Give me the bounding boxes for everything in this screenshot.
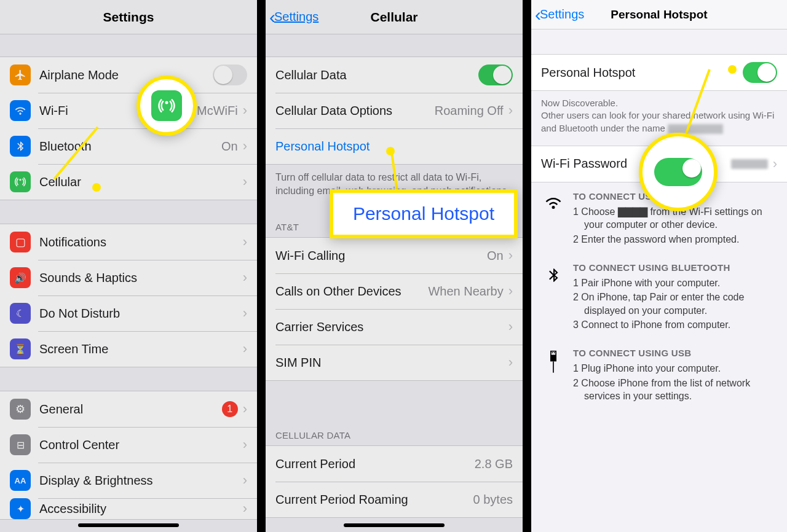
- airplane-toggle[interactable]: [213, 65, 247, 85]
- row-value: McWiFi: [197, 104, 238, 118]
- row-personal-hotspot[interactable]: Personal Hotspot: [266, 128, 523, 164]
- row-value: 0 bytes: [473, 493, 513, 507]
- row-label: Wi-Fi Calling: [275, 249, 487, 263]
- chevron-right-icon: ›: [243, 270, 247, 286]
- svg-rect-1: [552, 352, 553, 353]
- row-value: Roaming Off: [435, 104, 504, 118]
- row-label: Display & Brightness: [39, 474, 238, 488]
- callout-circle: [639, 133, 718, 211]
- callout-popup: Personal Hotspot: [330, 189, 518, 238]
- nav-bar: ‹ Settings Personal Hotspot: [531, 0, 787, 29]
- gear-icon: ⚙: [10, 399, 31, 420]
- chevron-right-icon: ›: [508, 248, 513, 264]
- row-sim-pin[interactable]: SIM PIN ›: [266, 345, 523, 380]
- hotspot-icon: [157, 96, 176, 115]
- row-label: Bluetooth: [39, 139, 221, 154]
- row-label: General: [39, 402, 218, 417]
- airplane-icon: [10, 65, 31, 85]
- nav-title: Cellular: [266, 10, 523, 25]
- nav-bar: Settings: [0, 0, 257, 34]
- chevron-right-icon: ›: [243, 305, 247, 321]
- wifi-symbol-icon: [544, 194, 563, 248]
- row-label: Screen Time: [39, 342, 238, 356]
- chevron-right-icon: ›: [508, 354, 513, 370]
- row-notifications[interactable]: ▢ Notifications ›: [0, 224, 257, 260]
- bluetooth-symbol-icon: [545, 265, 561, 333]
- home-indicator: [78, 523, 179, 527]
- control-center-icon: ⊟: [10, 434, 31, 455]
- chevron-right-icon: ›: [508, 283, 513, 299]
- row-screen-time[interactable]: ⏳ Screen Time ›: [0, 331, 257, 367]
- row-wifi[interactable]: Wi-Fi McWiFi ›: [0, 93, 257, 128]
- row-bluetooth[interactable]: Bluetooth On ›: [0, 128, 257, 164]
- row-airplane-mode[interactable]: Airplane Mode: [0, 57, 257, 93]
- row-label: Calls on Other Devices: [275, 284, 428, 299]
- chevron-right-icon: ›: [243, 401, 247, 417]
- callout-text: Personal Hotspot: [353, 203, 494, 224]
- home-indicator: [344, 523, 445, 527]
- cellular-icon: [10, 171, 31, 192]
- svg-rect-3: [550, 355, 556, 361]
- row-accessibility[interactable]: ✦ Accessibility ›: [0, 498, 257, 519]
- usb-symbol-icon: [547, 350, 560, 404]
- row-cellular-data[interactable]: Cellular Data: [266, 57, 523, 93]
- row-control-center[interactable]: ⊟ Control Center ›: [0, 427, 257, 463]
- connect-usb-section: TO CONNECT USING USB Plug iPhone into yo…: [531, 339, 787, 410]
- chevron-right-icon: ›: [243, 472, 247, 488]
- step: Enter the password when prompted.: [573, 233, 777, 246]
- censored-password: [731, 159, 768, 169]
- row-label: Notifications: [39, 235, 238, 249]
- row-general[interactable]: ⚙ General 1 ›: [0, 391, 257, 427]
- nav-title: Personal Hotspot: [531, 8, 787, 22]
- chevron-right-icon: ›: [243, 437, 247, 453]
- row-cellular-data-options[interactable]: Cellular Data Options Roaming Off ›: [266, 93, 523, 128]
- chevron-right-icon: ›: [243, 234, 247, 250]
- step: Plug iPhone into your computer.: [573, 362, 777, 375]
- row-dnd[interactable]: ☾ Do Not Disturb ›: [0, 295, 257, 331]
- row-wifi-calling[interactable]: Wi-Fi Calling On ›: [266, 238, 523, 273]
- display-icon: AA: [10, 470, 31, 491]
- settings-screen: Settings Airplane Mode Wi-Fi McWiFi ›: [0, 0, 257, 532]
- row-hotspot-toggle[interactable]: Personal Hotspot: [531, 55, 787, 90]
- chevron-right-icon: ›: [773, 156, 777, 172]
- hotspot-toggle[interactable]: [743, 62, 777, 83]
- chevron-right-icon: ›: [243, 103, 247, 119]
- section-header: TO CONNECT USING BLUETOOTH: [573, 262, 777, 273]
- row-label: Control Center: [39, 438, 238, 452]
- row-current-period-roaming: Current Period Roaming 0 bytes: [266, 482, 523, 517]
- screen-time-icon: ⏳: [10, 338, 31, 359]
- row-label: Current Period: [275, 457, 475, 471]
- callout-circle: [136, 76, 197, 136]
- step: Pair iPhone with your computer.: [573, 276, 777, 290]
- chevron-right-icon: ›: [243, 501, 247, 517]
- row-label: Personal Hotspot: [541, 66, 743, 80]
- badge: 1: [222, 401, 238, 417]
- row-label: SIM PIN: [275, 356, 504, 370]
- row-label: Current Period Roaming: [275, 493, 473, 507]
- accessibility-icon: ✦: [10, 498, 31, 519]
- step: Choose iPhone from the list of network s…: [573, 377, 777, 403]
- row-display[interactable]: AA Display & Brightness ›: [0, 463, 257, 498]
- row-label: Cellular: [39, 175, 238, 189]
- chevron-right-icon: ›: [508, 319, 513, 335]
- row-label: Cellular Data: [275, 68, 478, 82]
- notifications-icon: ▢: [10, 232, 31, 252]
- dnd-icon: ☾: [10, 303, 31, 324]
- callout-dot: [92, 183, 101, 192]
- row-label: Carrier Services: [275, 320, 504, 334]
- chevron-right-icon: ›: [508, 103, 513, 119]
- row-value: 2.8 GB: [475, 457, 513, 471]
- row-carrier-services[interactable]: Carrier Services ›: [266, 309, 523, 345]
- row-label: Sounds & Haptics: [39, 271, 238, 285]
- svg-rect-2: [554, 352, 555, 353]
- nav-title: Settings: [0, 10, 257, 25]
- row-sounds[interactable]: 🔊 Sounds & Haptics ›: [0, 260, 257, 295]
- cellular-data-toggle[interactable]: [478, 65, 513, 85]
- row-calls-other-devices[interactable]: Calls on Other Devices When Nearby ›: [266, 273, 523, 309]
- nav-bar: ‹ Settings Cellular: [266, 0, 523, 34]
- row-label: Accessibility: [39, 502, 238, 516]
- step: Connect to iPhone from computer.: [573, 318, 777, 332]
- wifi-icon: [10, 100, 31, 121]
- svg-rect-0: [551, 351, 556, 356]
- row-cellular[interactable]: Cellular ›: [0, 164, 257, 200]
